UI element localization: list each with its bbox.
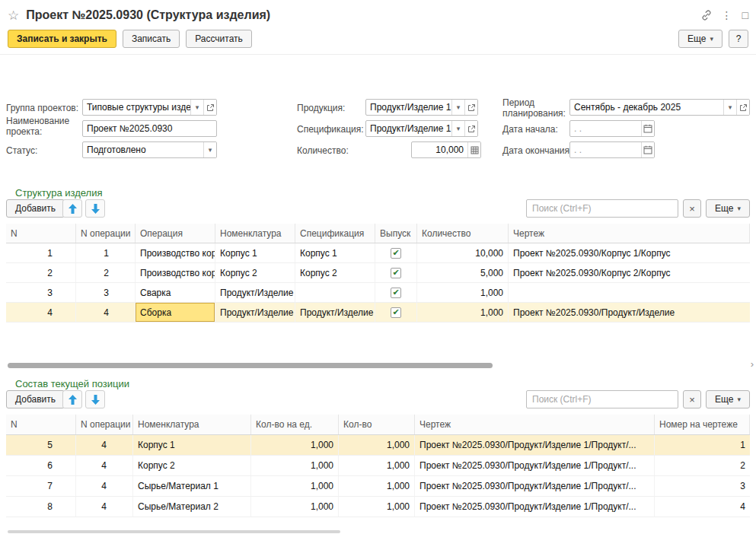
cell-n[interactable]: 5 <box>6 435 76 455</box>
save-and-close-button[interactable]: Записать и закрыть <box>8 30 116 48</box>
more-menu-icon[interactable]: ⋮ <box>722 9 732 21</box>
output-checkbox[interactable]: ✔ <box>391 288 401 298</box>
column-header-number[interactable]: Номер на чертеже <box>655 415 750 434</box>
cell-n[interactable]: 2 <box>6 263 76 282</box>
search-input[interactable] <box>526 390 678 408</box>
structure-more-button[interactable]: Еще ▾ <box>706 199 750 218</box>
cell-drawing[interactable]: Проект №2025.0930/Продукт/Изделие 1/Прод… <box>415 476 655 496</box>
open-link-button[interactable] <box>736 100 749 115</box>
date-end-value[interactable]: . . <box>570 145 641 155</box>
cell-op[interactable]: 1 <box>76 243 136 262</box>
project-group-field[interactable]: Типовые структуры изделий ▾ <box>82 99 217 116</box>
cell-drawing[interactable]: Проект №2025.0930/Корпус 1/Корпус <box>509 243 750 262</box>
project-name-input[interactable] <box>82 120 217 137</box>
dropdown-button[interactable]: ▾ <box>190 100 203 115</box>
cell-specification[interactable] <box>295 283 375 302</box>
cell-number[interactable]: 1 <box>655 435 750 455</box>
cell-nomenclature[interactable]: Корпус 2 <box>133 456 251 475</box>
cell-op[interactable]: 4 <box>76 435 133 455</box>
move-down-button[interactable] <box>85 199 105 218</box>
scroll-right-icon[interactable]: › <box>751 358 754 370</box>
cell-operation[interactable]: Производство корп... <box>136 243 215 262</box>
quantity-field[interactable]: 10,000 <box>411 141 481 158</box>
specification-field[interactable]: Продукт/Изделие 1 ▾ <box>365 120 478 137</box>
date-end-field[interactable]: . . <box>569 141 655 158</box>
cell-qty-per-unit[interactable]: 1,000 <box>251 435 339 455</box>
cell-quantity[interactable]: 5,000 <box>417 263 509 282</box>
date-start-value[interactable]: . . <box>570 123 641 134</box>
cell-specification[interactable]: Корпус 2 <box>295 263 375 282</box>
status-value[interactable]: Подготовлено <box>83 145 203 155</box>
cell-number[interactable]: 4 <box>655 497 750 517</box>
composition-more-button[interactable]: Еще ▾ <box>706 390 750 408</box>
column-header-nomenclature[interactable]: Номенклатура <box>133 415 251 434</box>
cell-specification[interactable]: Продукт/Изделие 1 <box>295 303 375 322</box>
cell-n[interactable]: 8 <box>6 497 76 517</box>
cell-qty-per-unit[interactable]: 1,000 <box>251 497 339 517</box>
column-header-operation[interactable]: Операция <box>136 224 215 243</box>
cell-operation[interactable]: Сварка <box>136 283 215 302</box>
open-link-button[interactable] <box>203 100 216 115</box>
cell-op[interactable]: 4 <box>76 303 136 322</box>
cell-drawing[interactable]: Проект №2025.0930/Продукт/Изделие <box>509 303 750 322</box>
column-header-drawing[interactable]: Чертеж <box>509 224 750 243</box>
cell-drawing[interactable]: Проект №2025.0930/Продукт/Изделие 1/Прод… <box>415 456 655 475</box>
output-checkbox[interactable]: ✔ <box>391 268 401 278</box>
cell-drawing[interactable]: Проект №2025.0930/Продукт/Изделие 1/Прод… <box>415 435 655 455</box>
move-down-button[interactable] <box>85 390 105 408</box>
cell-qty[interactable]: 1,000 <box>339 456 415 475</box>
cell-nomenclature[interactable]: Продукт/Изделие 1 <box>215 303 295 322</box>
cell-n[interactable]: 1 <box>6 243 76 262</box>
production-value[interactable]: Продукт/Изделие 1 <box>366 102 451 113</box>
cell-number[interactable]: 3 <box>655 476 750 496</box>
column-header-op[interactable]: N операции <box>76 224 136 243</box>
save-button[interactable]: Записать <box>123 30 180 48</box>
toolbar-more-button[interactable]: Еще ▾ <box>678 30 723 48</box>
horizontal-scrollbar-thumb[interactable] <box>8 363 493 368</box>
cell-op[interactable]: 4 <box>76 456 133 475</box>
production-field[interactable]: Продукт/Изделие 1 ▾ <box>365 99 478 116</box>
status-field[interactable]: Подготовлено ▾ <box>82 141 217 158</box>
move-up-button[interactable] <box>62 390 82 408</box>
cell-nomenclature[interactable]: Корпус 2 <box>215 263 295 282</box>
cell-qty[interactable]: 1,000 <box>339 476 415 496</box>
date-start-field[interactable]: . . <box>569 120 655 137</box>
cell-n[interactable]: 7 <box>6 476 76 496</box>
cell-drawing[interactable]: Проект №2025.0930/Корпус 2/Корпус <box>509 263 750 282</box>
cell-drawing[interactable]: Проект №2025.0930/Продукт/Изделие 1/Прод… <box>415 497 655 517</box>
cell-qty-per-unit[interactable]: 1,000 <box>251 456 339 475</box>
cell-qty-per-unit[interactable]: 1,000 <box>251 476 339 496</box>
cell-quantity[interactable]: 1,000 <box>417 283 509 302</box>
open-link-button[interactable] <box>464 121 477 136</box>
column-header-op[interactable]: N операции <box>76 415 133 434</box>
clear-search-button[interactable]: × <box>683 390 701 408</box>
move-up-button[interactable] <box>62 199 82 218</box>
bottom-scrollbar-thumb[interactable] <box>8 530 340 533</box>
open-link-button[interactable] <box>464 100 477 115</box>
cell-quantity[interactable]: 1,000 <box>417 303 509 322</box>
cell-n[interactable]: 6 <box>6 456 76 475</box>
planning-period-field[interactable]: Сентябрь - декабрь 2025 ▾ <box>569 99 750 116</box>
cell-n[interactable]: 3 <box>6 283 76 302</box>
column-header-specification[interactable]: Спецификация <box>295 224 375 243</box>
column-header-quantity[interactable]: Количество <box>417 224 509 243</box>
clear-search-button[interactable]: × <box>683 199 701 218</box>
column-header-qty-per-unit[interactable]: Кол-во на ед. <box>251 415 339 434</box>
project-group-value[interactable]: Типовые структуры изделий <box>83 102 190 113</box>
cell-quantity[interactable]: 10,000 <box>417 243 509 262</box>
cell-operation[interactable]: Производство корп... <box>136 263 215 282</box>
calendar-button[interactable] <box>641 121 654 136</box>
cell-n[interactable]: 4 <box>6 303 76 322</box>
cell-specification[interactable]: Корпус 1 <box>295 243 375 262</box>
dropdown-button[interactable]: ▾ <box>451 100 464 115</box>
cell-operation-active[interactable]: Сборка <box>136 303 215 322</box>
output-checkbox[interactable]: ✔ <box>391 248 401 259</box>
add-row-button[interactable]: Добавить <box>6 199 65 218</box>
calendar-button[interactable] <box>641 142 654 157</box>
cell-nomenclature[interactable]: Сырье/Материал 1 <box>133 476 251 496</box>
column-header-drawing[interactable]: Чертеж <box>415 415 655 434</box>
output-checkbox[interactable]: ✔ <box>391 307 401 318</box>
cell-nomenclature[interactable]: Корпус 1 <box>133 435 251 455</box>
column-header-n[interactable]: N <box>6 224 76 243</box>
cell-nomenclature[interactable]: Продукт/Изделие 1 <box>215 283 295 302</box>
